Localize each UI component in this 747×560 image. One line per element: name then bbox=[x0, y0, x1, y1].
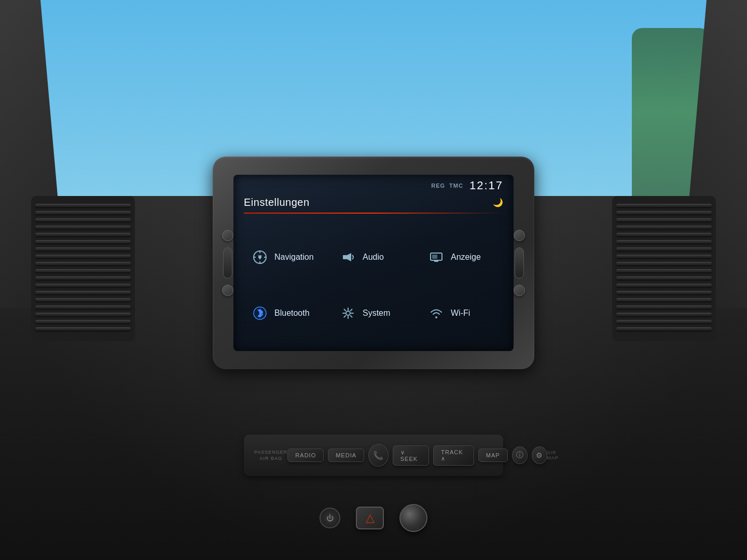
svg-point-10 bbox=[346, 311, 350, 315]
anzeige-menu-item[interactable]: Anzeige bbox=[418, 229, 506, 285]
reg-label: REG bbox=[431, 183, 445, 189]
track-button[interactable]: TRACK ∧ bbox=[433, 445, 474, 466]
bluetooth-menu-item[interactable]: Bluetooth bbox=[241, 285, 329, 341]
power-button[interactable]: ⏻ bbox=[320, 508, 340, 528]
settings-menu-grid: Navigation Audio bbox=[233, 219, 514, 351]
vent-slat bbox=[35, 226, 131, 229]
bluetooth-icon bbox=[251, 304, 269, 323]
vent-right bbox=[612, 196, 716, 341]
title-underline bbox=[244, 213, 503, 214]
vent-slat bbox=[35, 320, 131, 323]
svg-rect-8 bbox=[432, 255, 437, 259]
wifi-icon bbox=[427, 304, 446, 323]
airbag-line2-label: AIR BAG bbox=[259, 456, 282, 461]
infotainment-screen: REG TMC 12:17 Einstellungen 🌙 bbox=[233, 175, 514, 351]
vent-slat bbox=[616, 240, 712, 243]
vent-slat bbox=[35, 233, 131, 236]
vent-slat bbox=[616, 291, 712, 294]
bezel-left-bottom-btn[interactable] bbox=[222, 285, 233, 296]
bezel-right-controls bbox=[514, 230, 525, 296]
vent-slat bbox=[35, 291, 131, 294]
navigation-label: Navigation bbox=[274, 253, 314, 262]
bluetooth-label: Bluetooth bbox=[274, 309, 310, 318]
vent-slat bbox=[35, 247, 131, 250]
system-menu-item[interactable]: System bbox=[329, 285, 418, 341]
vent-slat bbox=[35, 218, 131, 221]
vent-slat bbox=[616, 204, 712, 207]
audio-menu-item[interactable]: Audio bbox=[329, 229, 418, 285]
bezel-left-slider[interactable] bbox=[223, 247, 232, 278]
night-mode-icon[interactable]: 🌙 bbox=[493, 198, 503, 207]
vent-slat bbox=[616, 327, 712, 330]
screen-bezel: REG TMC 12:17 Einstellungen 🌙 bbox=[213, 157, 534, 369]
system-icon bbox=[339, 304, 357, 323]
vent-slat bbox=[616, 276, 712, 279]
map-button[interactable]: MAP bbox=[478, 449, 508, 462]
vent-slat bbox=[35, 240, 131, 243]
tmc-label: TMC bbox=[449, 183, 463, 189]
svg-rect-6 bbox=[343, 255, 347, 259]
seek-button[interactable]: ∨ SEEK bbox=[393, 445, 430, 466]
title-bar: Einstellungen 🌙 bbox=[233, 194, 514, 213]
hazard-triangle-icon: △ bbox=[366, 511, 375, 525]
screen-title: Einstellungen bbox=[244, 197, 310, 208]
sir-map-label: SIR MAP bbox=[547, 450, 559, 460]
media-button[interactable]: MEDIA bbox=[328, 449, 364, 462]
bezel-right-top-btn[interactable] bbox=[514, 230, 525, 241]
anzeige-label: Anzeige bbox=[451, 253, 481, 262]
radio-button[interactable]: RADIO bbox=[287, 449, 324, 462]
vent-slat bbox=[616, 313, 712, 316]
hazard-control-area: ⏻ △ bbox=[320, 504, 427, 532]
vent-slat bbox=[35, 211, 131, 214]
volume-knob[interactable] bbox=[399, 504, 427, 532]
bezel-right-slider[interactable] bbox=[515, 247, 524, 278]
info-button[interactable]: ⓘ bbox=[512, 446, 528, 464]
vent-slat bbox=[35, 313, 131, 316]
status-bar: REG TMC 12:17 bbox=[233, 175, 514, 194]
vent-slat bbox=[616, 284, 712, 287]
center-control-panel: PASSENGER AIR BAG RADIO MEDIA 📞 ∨ SEEK T… bbox=[244, 435, 503, 476]
display-icon bbox=[427, 248, 446, 267]
vent-slat bbox=[35, 255, 131, 258]
phone-button[interactable]: 📞 bbox=[368, 444, 389, 467]
status-labels: REG TMC bbox=[431, 183, 463, 189]
clock-display: 12:17 bbox=[469, 179, 503, 192]
vent-slat bbox=[35, 305, 131, 309]
status-info: REG TMC 12:17 bbox=[431, 179, 503, 192]
vent-slat bbox=[616, 320, 712, 323]
audio-label: Audio bbox=[363, 253, 384, 262]
vent-slat bbox=[35, 262, 131, 265]
vent-slat bbox=[616, 211, 712, 214]
vent-slat bbox=[616, 247, 712, 250]
svg-point-11 bbox=[435, 316, 437, 318]
vent-slat bbox=[616, 218, 712, 221]
vent-left bbox=[31, 196, 135, 341]
vent-slat bbox=[35, 269, 131, 272]
bezel-left-top-btn[interactable] bbox=[222, 230, 233, 241]
vent-slat bbox=[35, 204, 131, 207]
hazard-button[interactable]: △ bbox=[356, 507, 384, 529]
vent-slat bbox=[35, 276, 131, 279]
screen-content: REG TMC 12:17 Einstellungen 🌙 bbox=[233, 175, 514, 351]
vent-slat bbox=[616, 226, 712, 229]
vent-slat bbox=[616, 298, 712, 301]
vent-slat bbox=[616, 305, 712, 309]
vent-slat bbox=[616, 269, 712, 272]
vent-slat bbox=[35, 327, 131, 330]
vent-slat bbox=[616, 233, 712, 236]
airbag-line1-label: PASSENGER bbox=[254, 450, 287, 455]
vent-slat bbox=[35, 298, 131, 301]
settings-button[interactable]: ⚙ bbox=[532, 446, 547, 464]
navigation-menu-item[interactable]: Navigation bbox=[241, 229, 329, 285]
vent-slat bbox=[616, 255, 712, 258]
audio-icon bbox=[339, 248, 357, 267]
navigation-icon bbox=[251, 248, 269, 267]
bezel-left-controls bbox=[222, 230, 233, 296]
vent-slat bbox=[616, 262, 712, 265]
vent-slat bbox=[35, 284, 131, 287]
wifi-label: Wi-Fi bbox=[451, 309, 470, 318]
bezel-right-bottom-btn[interactable] bbox=[514, 285, 525, 296]
system-label: System bbox=[363, 309, 390, 318]
wifi-menu-item[interactable]: Wi-Fi bbox=[418, 285, 506, 341]
